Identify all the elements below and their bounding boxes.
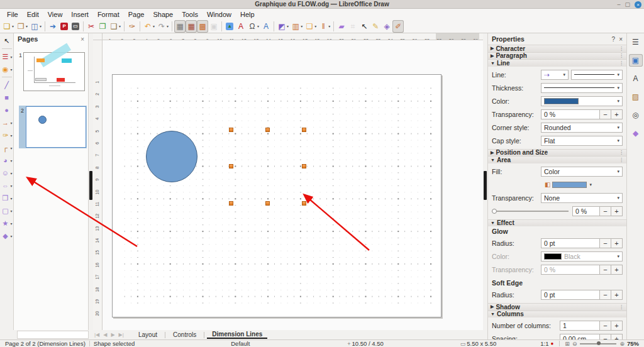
undo-icon[interactable]: ↶▾ bbox=[142, 20, 156, 33]
section-character[interactable]: ▶ Character ⋮ bbox=[488, 45, 626, 52]
minimize-button[interactable]: – bbox=[617, 0, 620, 9]
ellipse-icon[interactable]: ● bbox=[0, 104, 14, 116]
fill-type-select[interactable]: Color ▾ bbox=[541, 167, 623, 177]
3d-objects-icon[interactable]: ◆▾ bbox=[0, 229, 14, 242]
basic-shapes-icon[interactable]: ◕▾ bbox=[0, 154, 14, 167]
increase-button[interactable]: + bbox=[611, 321, 623, 331]
dropdown-arrow-icon[interactable]: ▾ bbox=[314, 24, 316, 28]
helplines-icon[interactable]: ▩ bbox=[197, 20, 208, 33]
paste-icon[interactable]: ❑▾ bbox=[108, 20, 122, 33]
zoom-slider[interactable] bbox=[580, 341, 616, 346]
last-layer-icon[interactable]: ▶| bbox=[119, 332, 124, 338]
connector-icon[interactable]: ┌▾ bbox=[0, 141, 14, 154]
tab-gallery-icon[interactable]: ▨ bbox=[629, 91, 643, 103]
transparency-percent-input[interactable]: 0 % bbox=[572, 206, 600, 216]
new-icon[interactable]: ❏▾ bbox=[1, 20, 15, 33]
dropdown-arrow-icon[interactable]: ▾ bbox=[10, 55, 12, 59]
section-line[interactable]: ▼ Line ⋮ bbox=[488, 59, 626, 67]
dropdown-arrow-icon[interactable]: ▾ bbox=[26, 24, 28, 28]
handle-top-right[interactable] bbox=[302, 128, 306, 132]
clone-formatting-icon[interactable]: ✑ bbox=[126, 20, 138, 33]
callout-shapes-icon[interactable]: ▢▾ bbox=[0, 204, 14, 217]
handle-top-left[interactable] bbox=[229, 128, 233, 132]
dropdown-arrow-icon[interactable]: ▾ bbox=[287, 24, 289, 28]
section-menu-icon[interactable]: ⋮ bbox=[619, 150, 624, 155]
zoom-slider-thumb[interactable] bbox=[597, 341, 601, 345]
menu-item-view[interactable]: View bbox=[43, 10, 67, 19]
line-color-icon[interactable]: ☰▾ bbox=[0, 50, 14, 63]
zoom-level[interactable]: 75% bbox=[627, 340, 639, 347]
rectangle-icon[interactable]: ■ bbox=[0, 91, 14, 104]
zoom-out-icon[interactable]: ⊖ bbox=[572, 341, 577, 347]
glow-radius-input[interactable]: 0 pt bbox=[541, 238, 600, 248]
layer-tab-layout[interactable]: Layout bbox=[133, 331, 162, 338]
menu-item-shape[interactable]: Shape bbox=[148, 10, 177, 19]
display-grid-icon[interactable]: ▦ bbox=[174, 20, 186, 33]
increase-button[interactable]: + bbox=[611, 206, 623, 216]
tab-properties-icon[interactable]: ▣ bbox=[629, 54, 643, 67]
splitter-grab-handle[interactable] bbox=[484, 171, 487, 200]
save-icon[interactable]: ◫▾ bbox=[29, 20, 43, 33]
arrow-style-dropdown[interactable]: ⇢ ▾ bbox=[541, 70, 569, 80]
decrease-button[interactable]: − bbox=[600, 321, 611, 331]
dropdown-arrow-icon[interactable]: ▾ bbox=[10, 146, 12, 150]
snap-to-grid-icon[interactable]: ▦ bbox=[186, 20, 197, 33]
thickness-dropdown[interactable]: ▾ bbox=[541, 83, 623, 93]
fit-page-icon[interactable]: ⊞ bbox=[565, 341, 570, 347]
zoom-in-icon[interactable]: ⊕ bbox=[619, 341, 625, 347]
dropdown-arrow-icon[interactable]: ▾ bbox=[10, 67, 12, 72]
open-icon[interactable]: ❐▾ bbox=[15, 20, 29, 33]
lines-and-arrows-icon[interactable]: →▾ bbox=[0, 116, 14, 129]
dropdown-arrow-icon[interactable]: ▾ bbox=[10, 121, 12, 125]
page-2-thumbnail[interactable] bbox=[26, 106, 86, 148]
sidebar-settings-icon[interactable]: ☰ bbox=[629, 36, 643, 48]
line-transparency-input[interactable]: 0 % bbox=[541, 109, 600, 119]
area-transparency-select[interactable]: None ▾ bbox=[541, 193, 623, 203]
fill-color-icon[interactable]: ◉▾ bbox=[0, 63, 14, 75]
dropdown-arrow-icon[interactable]: ▾ bbox=[10, 184, 12, 188]
first-layer-icon[interactable]: |◀ bbox=[94, 332, 99, 338]
tab-shapes-icon[interactable]: ◆ bbox=[629, 127, 643, 140]
next-layer-icon[interactable]: ▶ bbox=[111, 332, 114, 338]
section-menu-icon[interactable]: ⋮ bbox=[619, 157, 624, 163]
redo-icon[interactable]: ↷▾ bbox=[156, 20, 170, 33]
decrease-button[interactable]: − bbox=[600, 334, 611, 339]
layer-tab-dimension-lines[interactable]: Dimension Lines bbox=[207, 331, 267, 339]
transparency-slider[interactable] bbox=[492, 208, 569, 214]
fill-color-dropdown-icon[interactable]: ▾ bbox=[589, 182, 592, 187]
menu-item-format[interactable]: Format bbox=[93, 10, 124, 19]
shadow-icon[interactable]: ▰ bbox=[336, 20, 347, 33]
decrease-button[interactable]: − bbox=[600, 290, 611, 300]
decrease-button[interactable]: − bbox=[600, 109, 611, 119]
dropdown-arrow-icon[interactable]: ▾ bbox=[301, 24, 303, 28]
dropdown-arrow-icon[interactable]: ▾ bbox=[257, 24, 259, 28]
distribution-icon[interactable]: ‖▾ bbox=[318, 20, 331, 33]
export-pdf-icon[interactable]: P bbox=[58, 20, 70, 33]
handle-bottom-left[interactable] bbox=[229, 201, 233, 206]
increase-button[interactable]: + bbox=[611, 238, 623, 248]
section-area[interactable]: ▼ Area ⋮ bbox=[488, 156, 626, 163]
dropdown-arrow-icon[interactable]: ▾ bbox=[167, 24, 169, 28]
increase-button[interactable]: + bbox=[611, 290, 623, 300]
section-menu-icon[interactable]: ⋮ bbox=[619, 60, 624, 66]
fill-color-swatch[interactable] bbox=[552, 182, 587, 188]
circle-shape[interactable] bbox=[146, 131, 197, 182]
section-menu-icon[interactable]: ⋮ bbox=[619, 304, 624, 310]
dropdown-arrow-icon[interactable]: ▾ bbox=[10, 221, 12, 226]
prev-layer-icon[interactable]: ◀ bbox=[103, 332, 107, 338]
dropdown-arrow-icon[interactable]: ▾ bbox=[10, 158, 12, 163]
splitter-grab-handle[interactable] bbox=[89, 171, 92, 200]
special-character-icon[interactable]: Ω▾ bbox=[247, 20, 260, 33]
cut-icon[interactable]: ✂ bbox=[86, 20, 97, 33]
section-shadow[interactable]: ▶ Shadow ⋮ bbox=[488, 303, 626, 311]
section-position-and-size[interactable]: ▶ Position and Size ⋮ bbox=[488, 149, 626, 157]
page-1-thumbnail[interactable] bbox=[23, 52, 85, 91]
menu-item-file[interactable]: File bbox=[3, 10, 23, 19]
dropdown-arrow-icon[interactable]: ▾ bbox=[10, 209, 12, 213]
line-style-dropdown[interactable]: ▾ bbox=[571, 70, 623, 80]
scale-factor[interactable]: 1:1 bbox=[540, 340, 548, 347]
drawing-page[interactable] bbox=[112, 74, 441, 317]
menu-item-window[interactable]: Window bbox=[203, 10, 236, 19]
insert-image-icon[interactable]: ▲ bbox=[224, 20, 235, 33]
menu-item-page[interactable]: Page bbox=[124, 10, 149, 19]
